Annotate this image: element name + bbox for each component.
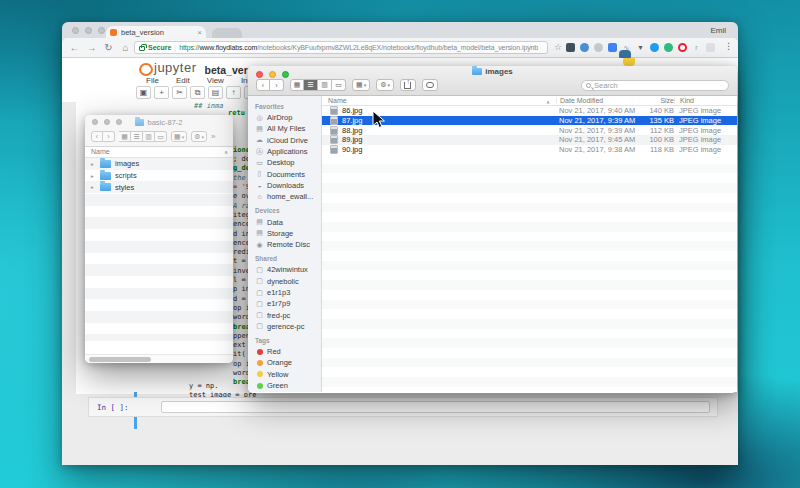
column-header-name[interactable]: Name∧ — [322, 97, 556, 104]
group-button[interactable]: ▦▾ — [352, 79, 370, 91]
toolbar-overflow-icon[interactable]: » — [211, 132, 215, 141]
sidebar-item[interactable]: ▭ Desktop — [248, 157, 321, 168]
disclosure-triangle-icon[interactable]: ▸ — [91, 184, 96, 190]
sidebar-item-label: 42winwintux — [267, 265, 308, 274]
browser-tab[interactable]: beta_version × — [106, 26, 206, 38]
folder-row[interactable]: ▸ styles — [85, 181, 233, 193]
group-button[interactable]: ▦▾ — [171, 131, 187, 142]
opera-extension-icon[interactable] — [678, 43, 687, 52]
forward-button[interactable]: › — [270, 79, 284, 91]
sidebar-item[interactable]: ◒ Downloads — [248, 180, 321, 191]
r-extension-icon[interactable]: r — [692, 43, 701, 52]
sidebar-item[interactable]: ▢ gerence-pc — [248, 321, 321, 332]
sidebar-tag-item[interactable]: Orange — [248, 357, 321, 368]
back-button[interactable]: ← — [69, 41, 80, 54]
file-modified-date: Nov 21, 2017, 9:39 AM — [556, 126, 644, 135]
sidebar-item[interactable]: ▤ All My Files — [248, 123, 321, 134]
column-header-modified[interactable]: Date Modified — [556, 97, 644, 104]
funnel-extension-icon[interactable]: ▼ — [636, 43, 645, 52]
home-button[interactable]: ⌂ — [120, 41, 131, 54]
sidebar-item[interactable]: ▢ 42winwintux — [248, 264, 321, 275]
tags-button[interactable] — [422, 79, 438, 91]
view-mode-button[interactable]: ▥ — [143, 131, 155, 142]
jupyter-toolbar-button[interactable]: ▣ — [136, 86, 151, 99]
drive-extension-icon[interactable] — [608, 43, 617, 52]
close-window-button[interactable] — [72, 27, 79, 34]
sidebar-item[interactable]: ⌂ home_ewall... — [248, 191, 321, 202]
empty-code-cell[interactable]: In [ ]: — [88, 397, 718, 417]
forward-button[interactable]: → — [86, 41, 97, 54]
back-button[interactable]: ‹ — [256, 79, 270, 91]
share-button[interactable] — [400, 79, 416, 91]
tab-close-icon[interactable]: × — [197, 29, 202, 36]
sidebar-item[interactable]: ▢ e1r7p9 — [248, 298, 321, 309]
file-row[interactable]: 89.jpg Nov 21, 2017, 9:45 AM 100 KB JPEG… — [322, 135, 737, 145]
jupyter-menu-item[interactable]: View — [207, 76, 224, 85]
background-tab[interactable] — [212, 28, 242, 38]
back-button[interactable]: ‹ — [91, 131, 103, 142]
address-bar[interactable]: Secure | https://www.floydlabs.com/noteb… — [134, 41, 548, 54]
sidebar-item[interactable]: ▯ Documents — [248, 168, 321, 179]
jupyter-toolbar-button[interactable]: ↑ — [226, 86, 241, 99]
sidebar-item[interactable]: Ⓐ Applications — [248, 146, 321, 157]
profile-label[interactable]: Emil — [710, 26, 726, 35]
view-mode-button[interactable]: ▭ — [155, 131, 167, 142]
jupyter-menu-item[interactable]: Edit — [176, 76, 190, 85]
sidebar-item[interactable]: ☁ iCloud Drive — [248, 135, 321, 146]
clock-extension-icon[interactable] — [580, 43, 589, 52]
action-gear-button[interactable]: ⚙▾ — [191, 131, 207, 142]
sidebar-item-label: e1r1p3 — [267, 288, 290, 297]
chrome-menu-icon[interactable]: ⋮ — [724, 41, 733, 51]
horizontal-scrollbar[interactable] — [85, 354, 233, 363]
action-gear-button[interactable]: ⚙▾ — [376, 79, 394, 91]
box-extension-icon[interactable] — [706, 43, 715, 52]
column-header-size[interactable]: Size — [644, 97, 674, 104]
column-header[interactable]: Name ∧ — [85, 147, 233, 158]
sidebar-tag-item[interactable]: Red — [248, 346, 321, 357]
sidebar-item[interactable]: ▢ e1r1p3 — [248, 287, 321, 298]
twitter-extension-icon[interactable] — [650, 43, 659, 52]
folder-row[interactable]: ▸ images — [85, 158, 233, 170]
sidebar-item[interactable]: ▤ Data — [248, 216, 321, 227]
sidebar-item[interactable]: ▢ dynebolic — [248, 276, 321, 287]
jpeg-file-icon — [330, 126, 338, 135]
jupyter-menu-item[interactable]: File — [146, 76, 159, 85]
dot-extension-icon[interactable] — [594, 43, 603, 52]
sidebar-tag-item[interactable]: Yellow — [248, 369, 321, 380]
sidebar-tag-item[interactable]: Green — [248, 380, 321, 391]
sidebar-item[interactable]: ▤ Storage — [248, 228, 321, 239]
shield-extension-icon[interactable] — [566, 43, 575, 52]
bookmark-star-icon[interactable]: ☆ — [554, 42, 562, 52]
jupyter-toolbar-button[interactable]: ✂ — [172, 86, 187, 99]
view-mode-button[interactable]: ▦ — [119, 131, 131, 142]
scrollbar-thumb[interactable] — [89, 357, 151, 362]
green-extension-icon[interactable] — [664, 43, 673, 52]
column-header-kind[interactable]: Kind — [674, 97, 737, 104]
sidebar-item[interactable]: ▢ fred-pc — [248, 309, 321, 320]
folder-row[interactable]: ▸ scripts — [85, 170, 233, 182]
hard-drive-icon: ▤ — [255, 218, 264, 226]
view-mode-button[interactable]: ☰ — [131, 131, 143, 142]
sidebar-item-label: Applications — [267, 147, 307, 156]
list-view-button[interactable]: ☰ — [304, 79, 318, 91]
sidebar-item[interactable]: ◎ AirDrop — [248, 112, 321, 123]
jupyter-toolbar-button[interactable]: ⧉ — [190, 86, 205, 99]
disclosure-triangle-icon[interactable]: ▸ — [91, 161, 96, 167]
column-view-button[interactable]: ▥ — [318, 79, 332, 91]
file-row[interactable]: 90.jpg Nov 21, 2017, 9:38 AM 118 KB JPEG… — [322, 145, 737, 155]
zoom-window-button[interactable] — [98, 27, 105, 34]
coverflow-view-button[interactable]: ▭ — [332, 79, 346, 91]
forward-button[interactable]: › — [103, 131, 115, 142]
icon-view-button[interactable]: ▦ — [290, 79, 304, 91]
jupyter-toolbar-button[interactable]: ▤ — [208, 86, 223, 99]
disclosure-triangle-icon[interactable]: ▸ — [91, 173, 96, 179]
sidebar-item[interactable]: ◉ Remote Disc — [248, 239, 321, 250]
search-field[interactable]: Search — [581, 80, 729, 91]
jupyter-logo[interactable]: jupyter — [138, 60, 197, 75]
jupyter-favicon — [110, 29, 117, 36]
minimize-window-button[interactable] — [85, 27, 92, 34]
reload-button[interactable]: ↻ — [103, 41, 114, 54]
jupyter-toolbar-button[interactable]: + — [154, 86, 169, 99]
cell-input-area[interactable] — [161, 401, 710, 413]
window-controls[interactable] — [72, 27, 105, 34]
